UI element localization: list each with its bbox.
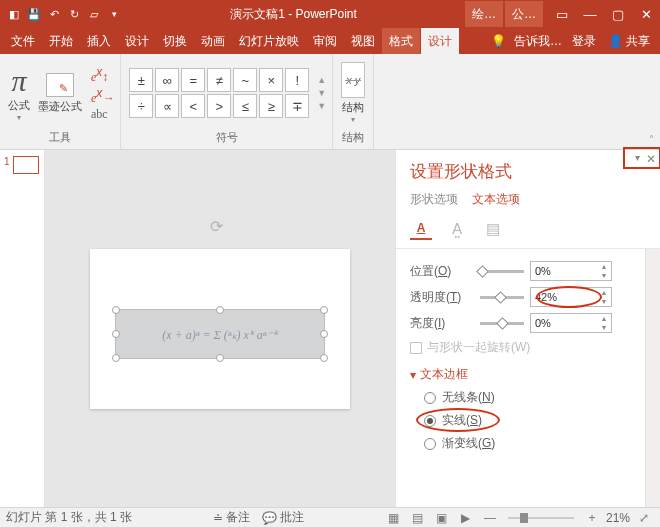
symbol-cell[interactable]: ≠ xyxy=(207,68,231,92)
share-button[interactable]: 👤共享 xyxy=(602,28,656,54)
reading-view-icon[interactable]: ▣ xyxy=(432,510,452,526)
radio-gradient-line[interactable]: 渐变线(G) xyxy=(424,435,641,452)
symbol-cell[interactable]: ÷ xyxy=(129,94,153,118)
symbol-cell[interactable]: ∞ xyxy=(155,68,179,92)
spin-up-icon[interactable]: ▲ xyxy=(597,262,611,271)
tab-design[interactable]: 设计 xyxy=(118,28,156,54)
symbol-cell[interactable]: > xyxy=(207,94,231,118)
symbol-gallery: ± ∞ = ≠ ~ × ! ÷ ∝ < > ≤ ≥ ∓ xyxy=(129,68,309,118)
radio-no-line[interactable]: 无线条(N) xyxy=(424,389,641,406)
resize-handle[interactable] xyxy=(320,306,328,314)
structure-button[interactable]: x y 结构 ▾ xyxy=(339,60,367,126)
qat-dropdown-icon[interactable]: ▾ xyxy=(106,6,122,22)
transparency-spinner[interactable]: 42%▲▼ xyxy=(530,287,612,307)
spin-up-icon[interactable]: ▲ xyxy=(597,288,611,297)
spin-down-icon[interactable]: ▼ xyxy=(597,297,611,306)
text-fill-outline-icon[interactable]: A xyxy=(410,218,432,240)
undo-icon[interactable]: ↶ xyxy=(46,6,62,22)
zoom-level[interactable]: 21% xyxy=(606,511,630,525)
tab-format[interactable]: 格式 xyxy=(382,28,420,54)
resize-handle[interactable] xyxy=(216,354,224,362)
tell-me[interactable]: 告诉我… xyxy=(510,28,566,54)
textbox-icon[interactable]: ▤ xyxy=(482,218,504,240)
symbol-cell[interactable]: < xyxy=(181,94,205,118)
normal-view-icon[interactable]: ▦ xyxy=(384,510,404,526)
system-menu-icon[interactable]: ◧ xyxy=(6,6,22,22)
collapse-ribbon-icon[interactable]: ˄ xyxy=(642,54,660,149)
symbol-cell[interactable]: ! xyxy=(285,68,309,92)
close-icon[interactable]: ✕ xyxy=(632,0,660,28)
tab-transition[interactable]: 切换 xyxy=(156,28,194,54)
gallery-scroll-up-icon[interactable]: ▲ xyxy=(317,75,326,85)
tab-file[interactable]: 文件 xyxy=(4,28,42,54)
panel-options-icon[interactable]: ▾ xyxy=(635,152,640,166)
panel-tab-text[interactable]: 文本选项 xyxy=(472,191,520,208)
slide-canvas[interactable]: ⟳ (x + a)ⁿ = Σ (ⁿₖ) xᵏ aⁿ⁻ᵏ xyxy=(45,150,395,507)
brightness-spinner[interactable]: 0%▲▼ xyxy=(530,313,612,333)
slide-thumbnail[interactable]: 1 xyxy=(4,156,40,174)
start-slideshow-icon[interactable]: ▱ xyxy=(86,6,102,22)
resize-handle[interactable] xyxy=(112,306,120,314)
zoom-out-icon[interactable]: — xyxy=(480,510,500,526)
position-spinner[interactable]: 0%▲▼ xyxy=(530,261,612,281)
context-tab-equation[interactable]: 公… xyxy=(505,1,543,27)
minimize-icon[interactable]: — xyxy=(576,0,604,28)
resize-handle[interactable] xyxy=(112,354,120,362)
fit-to-window-icon[interactable]: ⤢ xyxy=(634,510,654,526)
slide[interactable]: ⟳ (x + a)ⁿ = Σ (ⁿₖ) xᵏ aⁿ⁻ᵏ xyxy=(90,249,350,409)
symbol-cell[interactable]: ∝ xyxy=(155,94,179,118)
symbol-cell[interactable]: × xyxy=(259,68,283,92)
save-icon[interactable]: 💾 xyxy=(26,6,42,22)
section-text-outline[interactable]: ▾文本边框 xyxy=(410,366,641,383)
zoom-in-icon[interactable]: + xyxy=(582,510,602,526)
panel-close-icon[interactable]: ✕ xyxy=(646,152,656,166)
slideshow-view-icon[interactable]: ▶ xyxy=(456,510,476,526)
symbol-cell[interactable]: = xyxy=(181,68,205,92)
panel-scrollbar[interactable] xyxy=(645,249,660,507)
spin-down-icon[interactable]: ▼ xyxy=(597,323,611,332)
professional-icon[interactable]: ex↕ xyxy=(91,65,114,84)
comments-button[interactable]: 💬 批注 xyxy=(262,509,304,526)
resize-handle[interactable] xyxy=(216,306,224,314)
ink-equation-button[interactable]: ✎ 墨迹公式 xyxy=(36,71,84,116)
sorter-view-icon[interactable]: ▤ xyxy=(408,510,428,526)
spin-up-icon[interactable]: ▲ xyxy=(597,314,611,323)
symbol-cell[interactable]: ≥ xyxy=(259,94,283,118)
resize-handle[interactable] xyxy=(320,354,328,362)
notes-button[interactable]: ≐ 备注 xyxy=(213,509,250,526)
tab-slideshow[interactable]: 幻灯片放映 xyxy=(232,28,306,54)
equation-button[interactable]: π 公式 ▾ xyxy=(6,62,32,124)
tab-review[interactable]: 审阅 xyxy=(306,28,344,54)
tab-animation[interactable]: 动画 xyxy=(194,28,232,54)
symbol-cell[interactable]: ≤ xyxy=(233,94,257,118)
text-effects-icon[interactable]: A̤ xyxy=(446,218,468,240)
context-tab-drawing[interactable]: 绘… xyxy=(465,1,503,27)
symbol-cell[interactable]: ∓ xyxy=(285,94,309,118)
gallery-scroll-down-icon[interactable]: ▼ xyxy=(317,88,326,98)
zoom-slider[interactable] xyxy=(508,517,574,519)
position-slider[interactable] xyxy=(480,270,524,273)
panel-tab-shape[interactable]: 形状选项 xyxy=(410,191,458,208)
normal-text-icon[interactable]: abc xyxy=(91,107,114,121)
tab-home[interactable]: 开始 xyxy=(42,28,80,54)
spin-down-icon[interactable]: ▼ xyxy=(597,271,611,280)
linear-icon[interactable]: ex→ xyxy=(91,86,114,105)
thumbnail-pane[interactable]: 1 xyxy=(0,150,45,507)
transparency-slider[interactable] xyxy=(480,296,524,299)
ribbon-display-icon[interactable]: ▭ xyxy=(548,0,576,28)
restore-icon[interactable]: ▢ xyxy=(604,0,632,28)
brightness-slider[interactable] xyxy=(480,322,524,325)
rotate-handle-icon[interactable]: ⟳ xyxy=(210,217,230,237)
tab-eq-design[interactable]: 设计 xyxy=(421,28,459,54)
equation-shape[interactable]: (x + a)ⁿ = Σ (ⁿₖ) xᵏ aⁿ⁻ᵏ xyxy=(115,309,325,359)
gallery-more-icon[interactable]: ▼ xyxy=(317,101,326,111)
redo-icon[interactable]: ↻ xyxy=(66,6,82,22)
resize-handle[interactable] xyxy=(320,330,328,338)
sign-in[interactable]: 登录 xyxy=(566,28,602,54)
tab-insert[interactable]: 插入 xyxy=(80,28,118,54)
radio-solid-line[interactable]: 实线(S) xyxy=(424,412,641,429)
resize-handle[interactable] xyxy=(112,330,120,338)
tab-view[interactable]: 视图 xyxy=(344,28,382,54)
symbol-cell[interactable]: ~ xyxy=(233,68,257,92)
symbol-cell[interactable]: ± xyxy=(129,68,153,92)
